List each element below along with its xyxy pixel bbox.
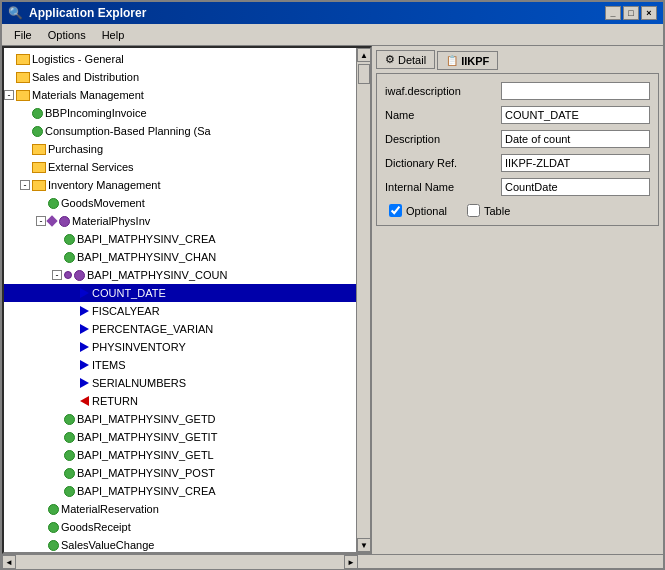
tree-node-external-services[interactable]: External Services [4,158,356,176]
node-label: GoodsMovement [61,197,145,209]
bapi-purple-icon [59,216,70,227]
bapi-green-icon [48,522,59,533]
tab-detail[interactable]: ⚙ Detail [376,50,435,69]
tree-node-bapi-getd[interactable]: BAPI_MATPHYSINV_GETD [4,410,356,428]
tree-node-bbp[interactable]: BBPIncomingInvoice [4,104,356,122]
tree-node-logistics-general[interactable]: Logistics - General [4,50,356,68]
folder-icon [32,162,46,173]
bapi-green-icon [64,234,75,245]
maximize-button[interactable]: □ [623,6,639,20]
scroll-right-button[interactable]: ► [344,555,358,569]
field-label-name: Name [385,109,495,121]
node-label: BAPI_MATPHYSINV_POST [77,467,215,479]
folder-icon [16,72,30,83]
tree-node-bapi-getl[interactable]: BAPI_MATPHYSINV_GETL [4,446,356,464]
tree-node-inventory-mgmt[interactable]: -Inventory Management [4,176,356,194]
tree-node-bapi-crea2[interactable]: BAPI_MATPHYSINV_CREA [4,482,356,500]
scroll-left-button[interactable]: ◄ [2,555,16,569]
expander-inventory-mgmt[interactable]: - [20,180,30,190]
menu-file[interactable]: File [6,27,40,43]
expander-materials-mgmt[interactable]: - [4,90,14,100]
node-label: RETURN [92,395,138,407]
title-bar: 🔍 Application Explorer _ □ × [2,2,663,24]
node-label: BAPI_MATPHYSINV_CREA [77,485,216,497]
node-label: PERCENTAGE_VARIAN [92,323,213,335]
folder-icon [16,54,30,65]
tab-iikpf[interactable]: 📋 IIKPF [437,51,498,70]
tree-node-items[interactable]: ITEMS [4,356,356,374]
tree-node-bapi-coun[interactable]: -BAPI_MATPHYSINV_COUN [4,266,356,284]
title-bar-left: 🔍 Application Explorer [8,6,146,20]
minimize-button[interactable]: _ [605,6,621,20]
tree-node-serialnumbers[interactable]: SERIALNUMBERS [4,374,356,392]
close-button[interactable]: × [641,6,657,20]
param-icon [80,360,89,370]
tree-node-mat-phys-inv[interactable]: -MaterialPhysInv [4,212,356,230]
tree-panel: Logistics - GeneralSales and Distributio… [4,48,356,552]
tree-node-sales-value-change[interactable]: SalesValueChange [4,536,356,552]
node-label: SalesValueChange [61,539,154,551]
scroll-down-button[interactable]: ▼ [357,538,371,552]
tree-node-percentage[interactable]: PERCENTAGE_VARIAN [4,320,356,338]
optional-checkbox[interactable] [389,204,402,217]
detail-content: iwaf.description Name Description Dictio… [376,73,659,226]
field-input-iwaf_description[interactable] [501,82,650,100]
tree-node-mat-reservation[interactable]: MaterialReservation [4,500,356,518]
field-input-dictionary_ref[interactable] [501,154,650,172]
field-row-dictionary_ref: Dictionary Ref. [385,154,650,172]
tree-node-goods-movement[interactable]: GoodsMovement [4,194,356,212]
tree-node-fiscalyear[interactable]: FISCALYEAR [4,302,356,320]
tree-node-purchasing[interactable]: Purchasing [4,140,356,158]
node-label: BAPI_MATPHYSINV_GETL [77,449,214,461]
tree-node-count-date[interactable]: COUNT_DATE [4,284,356,302]
circle-icon [64,271,72,279]
node-label: BAPI_MATPHYSINV_GETD [77,413,216,425]
tree-node-consumption[interactable]: Consumption-Based Planning (Sa [4,122,356,140]
title-buttons: _ □ × [605,6,657,20]
node-label: Logistics - General [32,53,124,65]
table-checkbox[interactable] [467,204,480,217]
bapi-green-icon [32,108,43,119]
node-label: Sales and Distribution [32,71,139,83]
field-row-iwaf_description: iwaf.description [385,82,650,100]
tree-node-bapi-chan[interactable]: BAPI_MATPHYSINV_CHAN [4,248,356,266]
application-window: 🔍 Application Explorer _ □ × File Option… [0,0,665,570]
scroll-thumb[interactable] [358,64,370,84]
tree-node-return[interactable]: RETURN [4,392,356,410]
bapi-green-icon [64,414,75,425]
field-input-description[interactable] [501,130,650,148]
node-label: BAPI_MATPHYSINV_CREA [77,233,216,245]
menu-help[interactable]: Help [94,27,133,43]
expander-bapi-coun[interactable]: - [52,270,62,280]
window-icon: 🔍 [8,6,23,20]
tree-node-bapi-post[interactable]: BAPI_MATPHYSINV_POST [4,464,356,482]
field-row-name: Name [385,106,650,124]
expander-mat-phys-inv[interactable]: - [36,216,46,226]
node-label: Consumption-Based Planning (Sa [45,125,211,137]
field-input-name[interactable] [501,106,650,124]
horizontal-scrollbar[interactable]: ◄ ► [2,555,358,569]
tree-node-bapi-crea[interactable]: BAPI_MATPHYSINV_CREA [4,230,356,248]
bapi-green-icon [48,198,59,209]
detail-tab-label: Detail [398,54,426,66]
field-input-internal_name[interactable] [501,178,650,196]
node-label: External Services [48,161,134,173]
menu-options[interactable]: Options [40,27,94,43]
tree-node-materials-mgmt[interactable]: -Materials Management [4,86,356,104]
node-label: PHYSINVENTORY [92,341,186,353]
folder-icon [16,90,30,101]
param-icon [80,324,89,334]
vertical-scrollbar[interactable]: ▲ ▼ [356,48,370,552]
optional-label: Optional [406,205,447,217]
optional-checkbox-item: Optional [389,204,447,217]
scroll-up-button[interactable]: ▲ [357,48,371,62]
tab-bar: ⚙ Detail 📋 IIKPF [376,50,659,69]
tree-node-goods-receipt[interactable]: GoodsReceipt [4,518,356,536]
tree-node-physinventory[interactable]: PHYSINVENTORY [4,338,356,356]
tree-node-sales-distribution[interactable]: Sales and Distribution [4,68,356,86]
node-label: BAPI_MATPHYSINV_CHAN [77,251,216,263]
tree-node-bapi-geti[interactable]: BAPI_MATPHYSINV_GETIT [4,428,356,446]
window-title: Application Explorer [29,6,146,20]
param-icon [80,342,89,352]
node-label: Inventory Management [48,179,161,191]
